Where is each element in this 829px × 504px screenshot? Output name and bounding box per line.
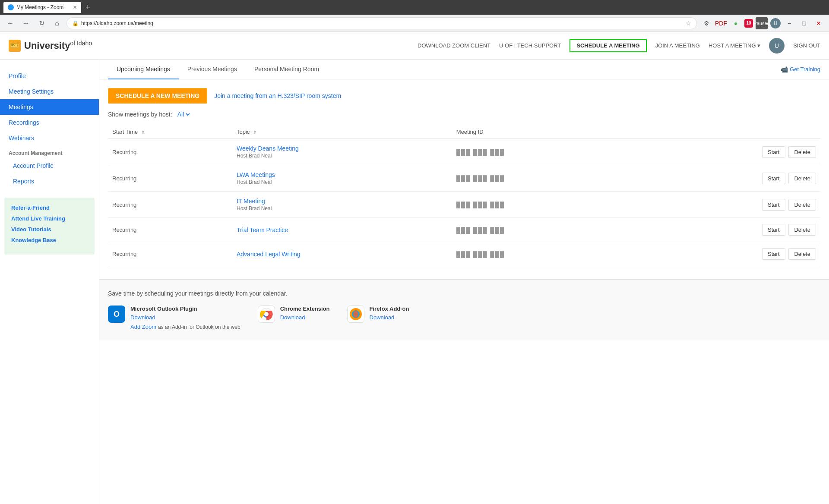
host-filter-select[interactable]: All <box>176 110 191 118</box>
col-actions <box>625 125 820 139</box>
meeting-topic-link-4[interactable]: Advanced Legal Writing <box>237 251 301 258</box>
delete-button-3[interactable]: Delete <box>788 224 816 236</box>
chrome-info: Chrome Extension Download <box>280 306 330 321</box>
ext-icon-1[interactable]: 10 <box>744 19 753 28</box>
refresh-button[interactable]: ↻ <box>35 17 47 29</box>
refer-a-friend-link[interactable]: Refer-a-Friend <box>11 205 88 211</box>
meeting-id-4: ███ ███ ███ <box>456 251 505 258</box>
sidebar-item-profile[interactable]: Profile <box>0 68 99 84</box>
download-zoom-client-link[interactable]: DOWNLOAD ZOOM CLIENT <box>418 42 490 49</box>
logo-area: 🎫 Universityof Idaho <box>9 40 418 52</box>
firefox-download-link[interactable]: Download <box>370 314 395 321</box>
cell-actions-2: Start Delete <box>625 192 820 218</box>
cell-start-time-4: Recurring <box>108 242 232 266</box>
chrome-download-link[interactable]: Download <box>280 314 305 321</box>
forward-button[interactable]: → <box>20 17 32 29</box>
cell-actions-1: Start Delete <box>625 165 820 192</box>
tab-title: My Meetings - Zoom <box>16 4 63 10</box>
start-button-2[interactable]: Start <box>762 199 785 211</box>
attend-live-training-link[interactable]: Attend Live Training <box>11 215 88 222</box>
extensions-icon[interactable]: ⚙ <box>700 17 712 29</box>
sign-out-link[interactable]: SIGN OUT <box>793 42 820 49</box>
host-meeting-header-link[interactable]: HOST A MEETING ▾ <box>709 42 760 49</box>
app-header: 🎫 Universityof Idaho DOWNLOAD ZOOM CLIEN… <box>0 32 829 60</box>
plugin-chrome: Chrome Extension Download <box>258 306 330 323</box>
browser-tab[interactable]: My Meetings - Zoom ✕ <box>3 2 81 13</box>
home-button[interactable]: ⌂ <box>51 17 63 29</box>
cell-topic-1: LWA Meetings Host Brad Neal <box>232 165 452 192</box>
outlook-extra: Add Zoom as an Add-in for Outlook on the… <box>130 323 240 330</box>
outlook-download-link[interactable]: Download <box>130 314 155 321</box>
maximize-button[interactable]: □ <box>798 17 810 29</box>
sidebar-item-account-profile[interactable]: Account Profile <box>0 158 99 173</box>
start-button-0[interactable]: Start <box>762 146 785 158</box>
meetings-table: Start Time ⇕ Topic ⇕ Meeting ID <box>108 125 820 266</box>
host-name-2: Host Brad Neal <box>237 205 448 211</box>
meeting-id-2: ███ ███ ███ <box>456 202 505 208</box>
app-body: Profile Meeting Settings Meetings Record… <box>0 60 829 504</box>
user-avatar-browser[interactable]: U <box>770 18 781 28</box>
top-actions-row: SCHEDULE A NEW MEETING Join a meeting fr… <box>108 88 820 104</box>
join-h323-link[interactable]: Join a meeting from an H.323/SIP room sy… <box>214 92 341 99</box>
table-row: Recurring IT Meeting Host Brad Neal ███ … <box>108 192 820 218</box>
bookmark-icon[interactable]: ☆ <box>686 20 691 27</box>
cell-topic-4: Advanced Legal Writing <box>232 242 452 266</box>
plugin-outlook: O Microsoft Outlook Plugin Download Add … <box>108 306 240 330</box>
delete-button-4[interactable]: Delete <box>788 248 816 260</box>
cell-topic-0: Weekly Deans Meeting Host Brad Neal <box>232 139 452 165</box>
start-button-4[interactable]: Start <box>762 248 785 260</box>
get-training-link[interactable]: 📹 Get Training <box>781 66 820 73</box>
main-content: Upcoming Meetings Previous Meetings Pers… <box>99 60 829 504</box>
tab-personal-meeting-room[interactable]: Personal Meeting Room <box>246 60 328 79</box>
video-tutorials-link[interactable]: Video Tutorials <box>11 226 88 233</box>
minimize-button[interactable]: − <box>783 17 795 29</box>
cell-topic-2: IT Meeting Host Brad Neal <box>232 192 452 218</box>
address-bar[interactable]: 🔒 https://uidaho.zoom.us/meeting ☆ <box>66 17 697 29</box>
join-meeting-header-link[interactable]: JOIN A MEETING <box>655 42 700 49</box>
meeting-topic-link-0[interactable]: Weekly Deans Meeting <box>237 145 299 152</box>
table-row: Recurring Advanced Legal Writing ███ ███… <box>108 242 820 266</box>
tech-support-link[interactable]: U OF I TECH SUPPORT <box>499 42 561 49</box>
tab-upcoming-meetings[interactable]: Upcoming Meetings <box>108 60 179 79</box>
meeting-topic-link-1[interactable]: LWA Meetings <box>237 171 275 178</box>
knowledge-base-link[interactable]: Knowledge Base <box>11 237 88 243</box>
lock-icon: 🔒 <box>72 20 79 26</box>
sidebar-item-reports[interactable]: Reports <box>0 173 99 189</box>
delete-button-0[interactable]: Delete <box>788 146 816 158</box>
delete-button-2[interactable]: Delete <box>788 199 816 211</box>
delete-button-1[interactable]: Delete <box>788 173 816 184</box>
content-area: SCHEDULE A NEW MEETING Join a meeting fr… <box>99 79 829 275</box>
sidebar-item-recordings[interactable]: Recordings <box>0 115 99 130</box>
tabs-bar: Upcoming Meetings Previous Meetings Pers… <box>99 60 829 79</box>
logo-icon: 🎫 <box>9 40 21 52</box>
chrome-icon[interactable]: ● <box>730 17 742 29</box>
back-button[interactable]: ← <box>4 17 16 29</box>
url-text: https://uidaho.zoom.us/meeting <box>81 20 683 26</box>
schedule-new-meeting-button[interactable]: SCHEDULE A NEW MEETING <box>108 88 207 104</box>
cell-start-time-1: Recurring <box>108 165 232 192</box>
sidebar-green-box: Refer-a-Friend Attend Live Training Vide… <box>4 198 95 255</box>
cell-start-time-3: Recurring <box>108 218 232 242</box>
new-tab-button[interactable]: + <box>84 3 92 12</box>
add-zoom-link[interactable]: Add Zoom <box>130 324 156 330</box>
sort-start-time-icon[interactable]: ⇕ <box>141 130 145 135</box>
sidebar-item-meetings[interactable]: Meetings <box>0 99 99 115</box>
start-button-3[interactable]: Start <box>762 224 785 236</box>
sidebar-item-meeting-settings[interactable]: Meeting Settings <box>0 84 99 99</box>
schedule-meeting-header-button[interactable]: SCHEDULE A MEETING <box>570 39 646 52</box>
user-avatar[interactable]: U <box>769 38 785 54</box>
meeting-topic-link-3[interactable]: Trial Team Practice <box>237 227 288 233</box>
tab-favicon-icon <box>8 4 14 10</box>
pdf-icon[interactable]: PDF <box>715 17 727 29</box>
meeting-topic-link-2[interactable]: IT Meeting <box>237 198 265 205</box>
start-button-1[interactable]: Start <box>762 173 785 184</box>
tab-close-icon[interactable]: ✕ <box>73 5 77 10</box>
sort-topic-icon[interactable]: ⇕ <box>253 130 256 135</box>
cell-start-time-2: Recurring <box>108 192 232 218</box>
close-button[interactable]: ✕ <box>813 17 825 29</box>
paused-badge[interactable]: Paused <box>756 17 768 29</box>
tab-previous-meetings[interactable]: Previous Meetings <box>179 60 246 79</box>
sidebar-item-webinars[interactable]: Webinars <box>0 130 99 146</box>
table-row: Recurring Trial Team Practice ███ ███ ██… <box>108 218 820 242</box>
browser-chrome: My Meetings - Zoom ✕ + <box>0 0 829 15</box>
